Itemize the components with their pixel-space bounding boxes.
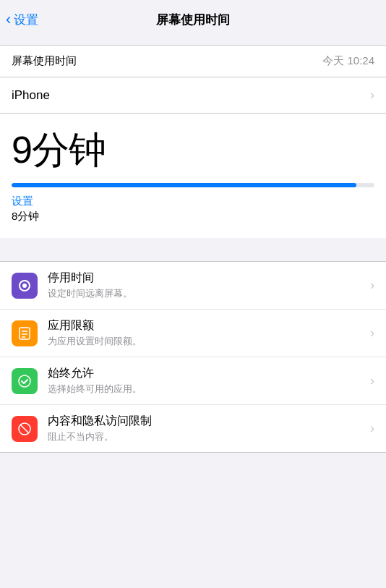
always_allowed-text: 始终允许 选择始终可用的应用。 <box>48 366 364 396</box>
always_allowed-subtitle: 选择始终可用的应用。 <box>48 383 364 396</box>
content_privacy-title: 内容和隐私访问限制 <box>48 414 364 429</box>
usage-block: 9分钟 设置 8分钟 <box>0 114 386 238</box>
downtime-chevron-icon: › <box>370 278 374 293</box>
content_privacy-text: 内容和隐私访问限制 阻止不当内容。 <box>48 414 364 443</box>
always_allowed-icon <box>12 368 38 394</box>
content_privacy-subtitle: 阻止不当内容。 <box>48 430 364 443</box>
back-button[interactable]: ‹ 设置 <box>6 12 38 28</box>
downtime-icon <box>12 273 38 299</box>
downtime-title: 停用时间 <box>48 270 364 286</box>
svg-point-0 <box>22 284 27 288</box>
usage-app-name: 设置 <box>12 195 374 208</box>
screen-time-header: 屏幕使用时间 今天 10:24 <box>0 45 386 77</box>
settings-row-downtime[interactable]: 停用时间 设定时间远离屏幕。 › <box>0 262 386 310</box>
downtime-text: 停用时间 设定时间远离屏幕。 <box>48 270 364 300</box>
usage-app-time: 8分钟 <box>12 210 374 223</box>
iphone-chevron-icon: › <box>370 88 374 103</box>
progress-bar <box>12 183 374 187</box>
svg-point-5 <box>19 375 30 387</box>
usage-time: 9分钟 <box>12 125 374 176</box>
progress-bar-fill <box>12 183 356 187</box>
app_limits-title: 应用限额 <box>48 318 364 333</box>
screen-time-label: 屏幕使用时间 <box>12 54 77 68</box>
app_limits-icon <box>12 320 38 346</box>
settings-row-always_allowed[interactable]: 始终允许 选择始终可用的应用。 › <box>0 357 386 405</box>
app_limits-text: 应用限额 为应用设置时间限额。 <box>48 318 364 348</box>
content_privacy-chevron-icon: › <box>370 421 374 436</box>
downtime-subtitle: 设定时间远离屏幕。 <box>48 287 364 300</box>
iphone-label: iPhone <box>12 88 50 103</box>
svg-line-7 <box>20 425 29 433</box>
screen-time-date: 今天 10:24 <box>322 54 374 68</box>
page-title: 屏幕使用时间 <box>156 12 230 28</box>
always_allowed-title: 始终允许 <box>48 366 364 381</box>
settings-section: 停用时间 设定时间远离屏幕。 › 应用限额 为应用设置时间限额。 › <box>0 261 386 453</box>
nav-bar: ‹ 设置 屏幕使用时间 <box>0 0 386 39</box>
settings-row-app_limits[interactable]: 应用限额 为应用设置时间限额。 › <box>0 310 386 357</box>
app_limits-chevron-icon: › <box>370 325 374 341</box>
settings-row-content_privacy[interactable]: 内容和隐私访问限制 阻止不当内容。 › <box>0 405 386 452</box>
content_privacy-icon <box>12 416 38 442</box>
iphone-row[interactable]: iPhone › <box>0 77 386 114</box>
back-chevron-icon: ‹ <box>6 12 11 27</box>
back-label: 设置 <box>14 12 38 28</box>
always_allowed-chevron-icon: › <box>370 373 374 388</box>
app_limits-subtitle: 为应用设置时间限额。 <box>48 335 364 348</box>
